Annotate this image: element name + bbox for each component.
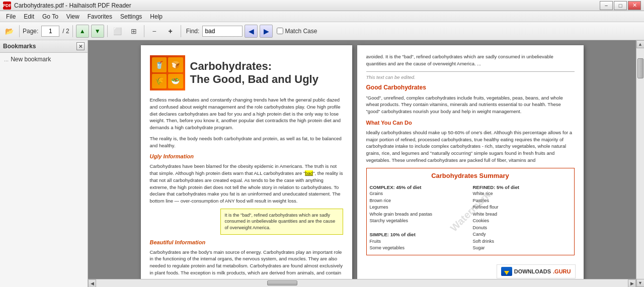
separator-4 [144, 25, 144, 37]
refined-item-4: Cookies [473, 218, 571, 225]
open-button[interactable]: 📂 [2, 24, 16, 38]
complex-list: Grains Brown rice Legumes Whole grain br… [370, 190, 468, 225]
complex-title: COMPLEX: 45% of diet [370, 184, 468, 191]
ugly-heading: Ugly Information [150, 153, 343, 161]
app-icon: PDF [3, 2, 11, 10]
refined-item-6: Candy [473, 231, 571, 238]
bookmark-item[interactable]: ... New bookmark [2, 55, 86, 64]
toolbar: 📂 Page: / 2 ▲ ▼ ⬜ ⊞ − + Find: ◀ ▶ Match … [0, 22, 644, 40]
vscroll-thumb[interactable] [637, 58, 643, 78]
fit-width-button[interactable]: ⬜ [111, 24, 125, 38]
pdf-scroll-area[interactable]: 🥤 🍞 🌾 🥗 Carbohydrates: The Good, Bad and… [88, 40, 636, 279]
zoom-in-button[interactable]: + [164, 24, 178, 38]
simple-title: SIMPLE: 10% of diet [370, 231, 468, 238]
hscroll-thumb[interactable] [267, 280, 297, 285]
close-button[interactable]: ✕ [628, 1, 641, 10]
downloads-text: DOWNLOADS [514, 268, 551, 274]
complex-item-3: Whole grain breads and pastas [370, 211, 468, 218]
editable-line: This text can be edited. [366, 71, 575, 81]
refined-item-3: White bread [473, 211, 571, 218]
beautiful-heading: Beautiful Information [150, 239, 343, 247]
window-title: Carbohydrates.pdf - Haihaisoft PDF Reade… [14, 2, 600, 9]
refined-item-2: Refined flour [473, 204, 571, 211]
prev-page-button[interactable]: ▲ [76, 25, 89, 38]
page2-para2: "Good", unrefined, complex carbohydrates… [366, 94, 575, 115]
menu-favorites[interactable]: Favorites [84, 12, 116, 21]
vscroll-up-button[interactable]: ▲ [636, 40, 645, 48]
summary-title: Carbohydrates Summary [370, 171, 571, 181]
pdf-area: 🥤 🍞 🌾 🥗 Carbohydrates: The Good, Bad and… [88, 40, 636, 287]
simple-list: Fruits Some vegetables [370, 238, 468, 252]
good-heading: Good Carbohydrates [366, 83, 575, 92]
separator-5 [181, 25, 181, 37]
refined-col: REFINED: 5% of diet White rice Pastries … [473, 184, 571, 252]
page1-para1: Endless media debates and constantly cha… [150, 97, 343, 131]
page2-body: avoided. It is the "bad", refined carboh… [366, 53, 575, 255]
simple-item-1: Some vegetables [370, 245, 468, 252]
icon-cell-2: 🍞 [168, 57, 183, 72]
complex-col: COMPLEX: 45% of diet Grains Brown rice L… [370, 184, 468, 252]
maximize-button[interactable]: □ [614, 1, 627, 10]
menu-edit[interactable]: Edit [20, 12, 38, 21]
bookmarks-panel: Bookmarks ✕ ... New bookmark [0, 40, 88, 287]
minimize-button[interactable]: − [600, 1, 613, 10]
page1-para2: The reality is, the body needs both carb… [150, 135, 343, 149]
page1-title: Carbohydrates: The Good, Bad and Ugly [190, 60, 318, 86]
summary-cols: COMPLEX: 45% of diet Grains Brown rice L… [370, 184, 571, 252]
refined-item-8: Sugar [473, 245, 571, 252]
page-total: / 2 [62, 28, 69, 35]
downloads-guru: .GURU [553, 268, 571, 274]
summary-section: Carbohydrates Summary Watermark COMPLEX:… [366, 168, 575, 255]
hscroll-right-button[interactable]: ▶ [628, 279, 636, 288]
page1-para4: Carbohydrates are the body's main source… [150, 249, 343, 276]
icon-cell-3: 🌾 [152, 74, 167, 89]
refined-item-5: Donuts [473, 225, 571, 232]
find-label: Find: [186, 28, 200, 35]
page-input[interactable] [41, 26, 59, 37]
icon-cell-1: 🥤 [152, 57, 167, 72]
menu-view[interactable]: View [62, 12, 84, 21]
menu-settings[interactable]: Settings [116, 12, 146, 21]
what-heading: What You Can Do [366, 119, 575, 127]
bottom-scrollbar: ◀ ▶ [88, 279, 636, 287]
pdf-page-2: avoided. It is the "bad", refined carboh… [357, 45, 584, 279]
match-case-label[interactable]: Match Case [277, 28, 317, 35]
menu-file[interactable]: File [2, 12, 20, 21]
downloads-icon [501, 267, 512, 276]
right-scrollbar: ▲ ▼ [636, 40, 644, 287]
window-controls: − □ ✕ [600, 1, 641, 10]
bookmarks-close-button[interactable]: ✕ [76, 42, 85, 50]
refined-item-0: White rice [473, 190, 571, 198]
separator-2 [72, 25, 73, 37]
download-arrow-icon [504, 271, 509, 275]
bookmark-label: New bookmark [11, 56, 51, 63]
page2-para1: avoided. It is the "bad", refined carboh… [366, 53, 575, 67]
menu-bar: File Edit Go To View Favorites Settings … [0, 11, 644, 22]
refined-item-7: Soft drinks [473, 238, 571, 245]
vscroll-down-button[interactable]: ▼ [636, 279, 645, 287]
find-prev-button[interactable]: ◀ [245, 25, 258, 38]
menu-goto[interactable]: Go To [38, 12, 62, 21]
hscroll-left-button[interactable]: ◀ [88, 279, 96, 288]
fit-page-button[interactable]: ⊞ [127, 24, 141, 38]
find-input[interactable] [202, 26, 243, 37]
zoom-out-button[interactable]: − [147, 24, 162, 38]
find-next-button[interactable]: ▶ [260, 25, 273, 38]
refined-title: REFINED: 5% of diet [473, 184, 571, 191]
match-case-checkbox[interactable] [277, 28, 283, 34]
highlight-box: It is the "bad", refined carbohydrates w… [220, 209, 343, 235]
pdf-page-1: 🥤 🍞 🌾 🥗 Carbohydrates: The Good, Bad and… [141, 45, 352, 279]
menu-help[interactable]: Help [146, 12, 167, 21]
bookmarks-header: Bookmarks ✕ [0, 40, 88, 53]
separator-1 [19, 25, 20, 37]
refined-list: White rice Pastries Refined flour White … [473, 190, 571, 252]
separator-3 [107, 25, 108, 37]
complex-item-2: Legumes [370, 204, 468, 211]
next-page-button[interactable]: ▼ [91, 25, 104, 38]
complex-item-1: Brown rice [370, 198, 468, 205]
bookmarks-title: Bookmarks [3, 43, 36, 50]
complex-item-0: Grains [370, 190, 468, 198]
hscroll-track[interactable] [96, 279, 628, 287]
vscroll-track[interactable] [636, 48, 644, 279]
page1-icon-block: 🥤 🍞 🌾 🥗 [150, 55, 185, 90]
